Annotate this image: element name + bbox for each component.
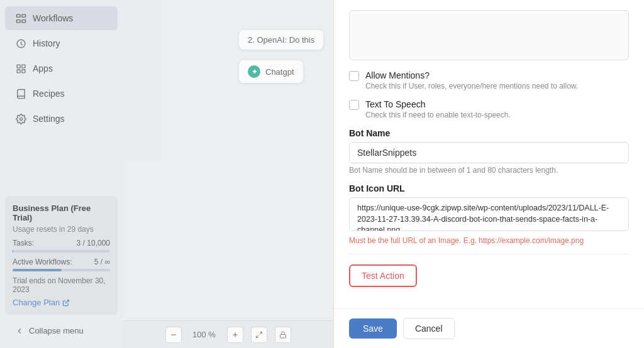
bot-name-input[interactable] [349,142,629,163]
allow-mentions-desc: Check this if User, roles, everyone/here… [365,82,578,90]
message-textarea[interactable] [349,10,629,60]
svg-rect-0 [16,14,20,17]
allow-mentions-label: Allow Mentions? [365,70,578,80]
workflow-icon [15,13,26,24]
gear-icon [15,113,26,124]
svg-line-10 [65,300,69,303]
zoom-lock-button[interactable] [275,327,291,343]
allow-mentions-label-group: Allow Mentions? Check this if User, role… [365,70,578,90]
bot-icon-label: Bot Icon URL [349,183,629,193]
svg-rect-1 [21,14,25,17]
sidebar-item-apps[interactable]: Apps [5,57,118,80]
canvas-node-openai[interactable]: 2. OpenAI: Do this [239,30,323,50]
clock-icon [15,38,26,49]
panel-content: Allow Mentions? Check this if User, role… [334,0,644,308]
svg-rect-8 [21,69,25,72]
workflows-bar [13,269,110,271]
canvas-node-chatgpt[interactable]: ✦ Chatgpt [239,60,303,83]
chatgpt-icon: ✦ [248,65,260,78]
text-to-speech-label: Text To Speech [365,99,511,109]
test-action-button[interactable]: Test Action [349,264,417,287]
plan-reset: Usage resets in 29 days [13,225,110,234]
svg-line-14 [260,332,262,334]
sidebar-item-workflows[interactable]: Workflows [5,6,118,30]
plan-tasks-row: Tasks: 3 / 10,000 [13,239,110,247]
svg-point-9 [19,117,22,120]
cancel-button[interactable]: Cancel [403,318,455,339]
svg-rect-3 [21,19,25,22]
svg-rect-5 [17,65,20,68]
sidebar-item-history[interactable]: History [5,31,118,55]
svg-rect-6 [21,65,25,68]
collapse-menu-button[interactable]: Collapse menu [5,321,118,340]
tasks-label: Tasks: [13,239,34,247]
zoom-out-button[interactable] [165,327,182,343]
sidebar-item-label: Workflows [33,13,73,23]
bot-icon-hint: Must be the full URL of an Image. E.g. h… [349,236,629,245]
tasks-value: 3 / 10,000 [77,239,110,247]
sidebar-item-label: Settings [33,114,65,124]
openai-node-label: 2. OpenAI: Do this [248,35,314,45]
sidebar-item-settings[interactable]: Settings [5,107,118,131]
canvas-area: 2. OpenAI: Do this ✦ Chatgpt 100 % [123,0,333,348]
svg-rect-7 [17,69,20,72]
zoom-value: 100 % [189,330,219,339]
text-to-speech-row: Text To Speech Check this if need to ena… [349,99,629,119]
change-plan-label: Change Plan [13,298,60,307]
test-action-section: Test Action [349,264,629,297]
workflows-bar-fill [13,269,62,271]
panel-footer: Save Cancel [334,308,644,348]
bot-name-label: Bot Name [349,128,629,138]
plan-workflows-row: Active Workflows: 5 / ∞ [13,258,110,266]
book-icon [15,88,26,99]
allow-mentions-checkbox[interactable] [349,71,359,81]
sidebar-item-label: History [33,38,60,48]
divider [349,254,629,254]
workflows-value: 5 / ∞ [94,258,110,266]
grid-icon [15,63,26,74]
sidebar-item-label: Recipes [33,89,65,99]
sidebar-item-recipes[interactable]: Recipes [5,82,118,106]
tasks-bar [13,250,110,253]
plan-section: Business Plan (Free Trial) Usage resets … [5,196,118,315]
collapse-label: Collapse menu [29,326,84,335]
save-button[interactable]: Save [349,318,397,339]
chatgpt-label: Chatgpt [265,67,294,77]
bot-name-hint: Bot Name should be in between of 1 and 8… [349,166,629,175]
bot-icon-input[interactable] [349,197,629,231]
text-to-speech-desc: Check this if need to enable text-to-spe… [365,111,511,119]
change-plan-link[interactable]: Change Plan [13,298,110,307]
svg-rect-2 [16,19,20,22]
workflows-label: Active Workflows: [13,258,72,266]
trial-end: Trial ends on November 30, 2023 [13,276,110,294]
zoom-in-button[interactable] [227,327,243,343]
sidebar-item-label: Apps [33,63,53,73]
svg-line-15 [256,335,258,338]
right-panel: Allow Mentions? Check this if User, role… [333,0,644,348]
allow-mentions-row: Allow Mentions? Check this if User, role… [349,70,629,90]
text-to-speech-checkbox[interactable] [349,100,359,110]
plan-title: Business Plan (Free Trial) [13,204,110,222]
zoom-expand-button[interactable] [251,327,267,343]
sidebar-nav: Workflows History Apps Recipes Settings [0,0,123,137]
text-to-speech-label-group: Text To Speech Check this if need to ena… [365,99,511,119]
sidebar-bottom: Business Plan (Free Trial) Usage resets … [0,188,123,348]
svg-rect-16 [280,334,286,338]
canvas-toolbar: 100 % [123,320,333,348]
sidebar: Workflows History Apps Recipes Settings [0,0,123,348]
